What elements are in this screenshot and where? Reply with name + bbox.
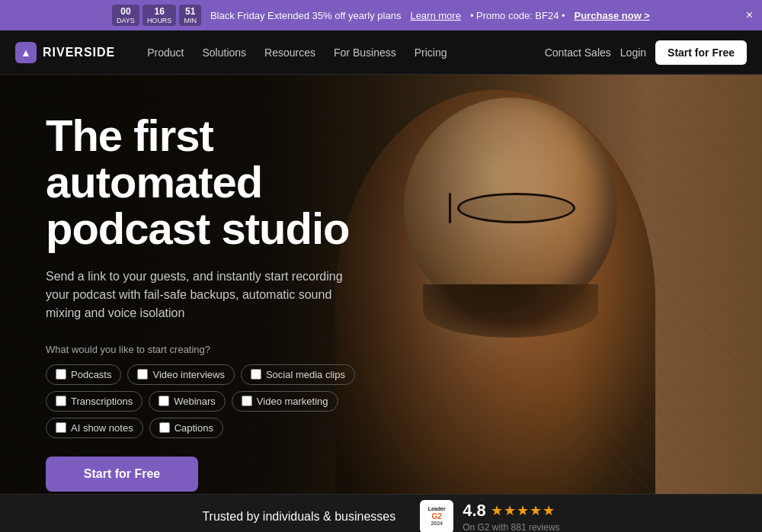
checkbox-video-marketing[interactable]: Video marketing (232, 391, 338, 412)
checkbox-video-interviews[interactable]: Video interviews (127, 364, 234, 385)
nav-link-solutions[interactable]: Solutions (195, 42, 255, 63)
nav-link-pricing[interactable]: Pricing (407, 42, 455, 63)
nav-link-resources[interactable]: Resources (257, 42, 323, 63)
g2-logo-badge: Leader G2 2024 (420, 500, 453, 533)
start-for-free-button[interactable]: Start for Free (655, 40, 747, 65)
login-link[interactable]: Login (620, 46, 646, 59)
timer-days: 00 DAYS (112, 5, 139, 26)
g2-badge: Leader G2 2024 4.8 ★★★★★ On G2 with 881 … (420, 500, 559, 533)
logo[interactable]: ▲ RIVERSIDE (15, 42, 115, 63)
banner-close-button[interactable]: × (746, 9, 753, 21)
checkbox-ai-show-notes[interactable]: AI show notes (46, 418, 143, 438)
hero-content: The first automated podcast studio Send … (0, 75, 427, 494)
contact-sales-link[interactable]: Contact Sales (545, 46, 611, 59)
g2-rating: 4.8 ★★★★★ On G2 with 881 reviews (463, 501, 559, 533)
rating-number: 4.8 (463, 501, 486, 521)
feature-checkboxes: Podcasts Video interviews Social media c… (46, 364, 381, 438)
rating-stars: ★★★★★ (491, 502, 555, 519)
rating-score: 4.8 ★★★★★ (463, 501, 559, 521)
checkbox-video-marketing-input[interactable] (242, 396, 252, 406)
hero-section: The first automated podcast studio Send … (0, 75, 762, 494)
hero-question: What would you like to start creating? (46, 344, 381, 355)
hero-title: The first automated podcast studio (46, 113, 381, 252)
checkbox-video-interviews-input[interactable] (137, 369, 148, 380)
main-navbar: ▲ RIVERSIDE Product Solutions Resources … (0, 30, 762, 75)
hero-subtitle: Send a link to your guests, and instantl… (46, 268, 366, 322)
checkbox-captions[interactable]: Captions (149, 418, 223, 438)
checkbox-transcriptions[interactable]: Transcriptions (46, 391, 142, 412)
nav-link-for-business[interactable]: For Business (326, 42, 404, 63)
checkbox-webinars[interactable]: Webinars (149, 391, 226, 412)
nav-link-product[interactable]: Product (139, 42, 191, 63)
trust-bar: Trusted by individuals & businesses Lead… (0, 494, 762, 532)
checkbox-webinars-input[interactable] (158, 396, 169, 406)
promotional-banner: 00 DAYS 16 HOURS 51 MIN Black Friday Ext… (0, 0, 762, 30)
checkbox-social-media-clips-input[interactable] (251, 369, 261, 380)
checkbox-ai-show-notes-input[interactable] (56, 422, 66, 433)
banner-promo-text: • Promo code: BF24 • (470, 10, 565, 21)
checkbox-captions-input[interactable] (159, 422, 170, 433)
nav-right: Contact Sales Login Start for Free (545, 40, 747, 65)
timer-hours: 16 HOURS (142, 5, 177, 26)
nav-links: Product Solutions Resources For Business… (139, 42, 544, 63)
banner-main-text: Black Friday Extended 35% off yearly pla… (210, 10, 402, 21)
countdown-timer: 00 DAYS 16 HOURS 51 MIN (112, 5, 201, 26)
checkbox-transcriptions-input[interactable] (56, 396, 66, 406)
banner-purchase-cta[interactable]: Purchase now > (575, 10, 650, 21)
checkbox-social-media-clips[interactable]: Social media clips (241, 364, 355, 385)
checkbox-podcasts[interactable]: Podcasts (46, 364, 121, 385)
trusted-heading: Trusted by individuals & businesses (202, 510, 395, 524)
hero-cta-area: Start for Free * No credit card needed. … (46, 457, 381, 494)
checkbox-podcasts-input[interactable] (56, 369, 66, 380)
timer-minutes: 51 MIN (179, 5, 201, 26)
hero-start-free-button[interactable]: Start for Free (46, 457, 198, 492)
logo-icon: ▲ (15, 42, 37, 63)
rating-reviews: On G2 with 881 reviews (463, 522, 559, 533)
banner-learn-more-link[interactable]: Learn more (410, 10, 460, 21)
logo-text: RIVERSIDE (43, 46, 115, 59)
